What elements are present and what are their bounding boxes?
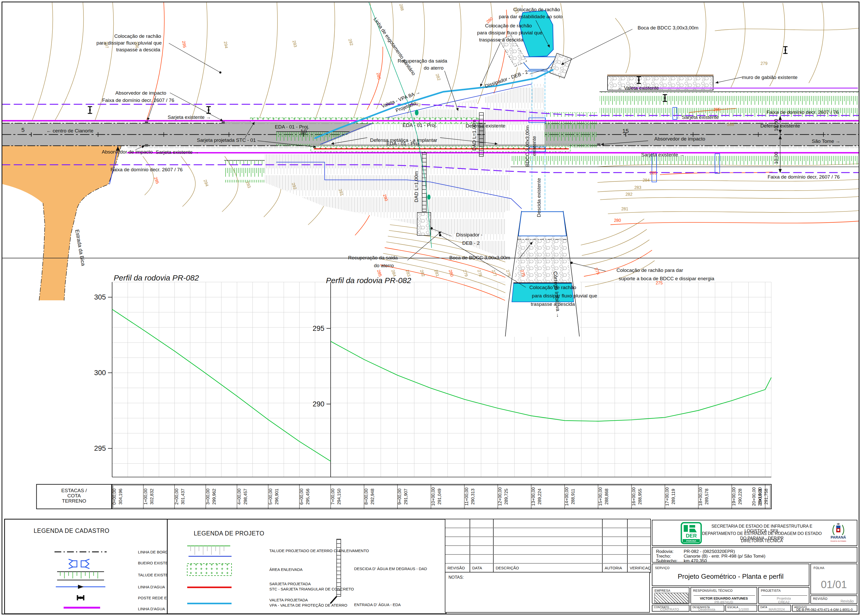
projetista-reg: CREA2: [759, 600, 809, 604]
station-label: 12+00,00: [498, 487, 503, 506]
station-label: 16+00,00: [631, 487, 636, 506]
rodovia-value: PR-082 - (082S0320EPR): [684, 549, 735, 554]
eda-legend-label: ENTRADA D' ÁGUA - EDA: [354, 602, 401, 607]
station-table-header: COTA: [67, 493, 81, 498]
dad-symbol-icon: [329, 538, 347, 606]
table-row: [445, 537, 650, 546]
road-info-box: Rodovia: PR-082 - (082S0320EPR) Trecho: …: [652, 547, 857, 563]
folha-box: FOLHA 01/01: [811, 564, 857, 594]
legend-item-talude-existente: TALUDE EXISTENTE: [52, 570, 164, 581]
table-row: [445, 555, 650, 564]
responsavel-label: RESPONSÁVEL TÉCNICO: [693, 589, 733, 592]
title-block-header: DER PARANA SECRETARIA DE ESTADO DE INFRA…: [652, 520, 857, 546]
responsavel-reg: PR-89741/D: [691, 600, 757, 604]
legend-item-linha-dagua-magenta: LINHA D'AGUA: [52, 605, 164, 615]
contrato-box: CONTRATO CONTRATO: [652, 605, 690, 611]
table-row: [445, 528, 650, 537]
station-cota: 291,758: [764, 489, 769, 504]
empresa-box: EMPRESA: [652, 587, 690, 604]
station-label: 15+00,00: [598, 487, 603, 506]
station-label: 4+00,00: [237, 489, 242, 505]
table-header-row: REVISÃO DATA DESCRIÇÃO AUTORIA VERIFICAÇ…: [445, 564, 650, 572]
station-cota: 289,578: [704, 489, 709, 504]
legend-cadastro-title: LEGENDA DE CADASTRO: [34, 527, 110, 534]
table-row: [445, 519, 650, 528]
org-line-3: DIRETORIA TÉCNICA: [705, 539, 819, 543]
notes-box: NOTAS:: [445, 572, 650, 613]
cyan-line-icon: [183, 600, 246, 607]
station-cota: 292,948: [370, 489, 375, 504]
title-block: DER PARANA SECRETARIA DE ESTADO DE INFRA…: [651, 519, 858, 613]
station-label: 8+00,00: [364, 489, 369, 505]
station-label: 6+00,00: [299, 489, 304, 505]
station-label: 20+00,00: [751, 487, 756, 506]
station-label: 0+00,00: [112, 489, 117, 505]
station-label: 19+00,00: [731, 487, 736, 506]
station-cota: 301,437: [181, 489, 185, 504]
trecho-label: Trecho:: [656, 554, 671, 559]
legend-projeto-title: LEGENDA DE PROJETO: [194, 530, 264, 537]
power-pole-icon: [52, 594, 109, 602]
escala-value: 1/1000: [738, 607, 749, 611]
contrato-value: CONTRATO: [660, 607, 679, 611]
axis-tick-label: 305: [94, 293, 106, 301]
station-label: 17+00,00: [665, 487, 669, 506]
station-cota: 294,150: [337, 489, 342, 504]
station-label: 20+18,30: [757, 487, 762, 506]
station-cota: 288,868: [604, 489, 609, 504]
folha-value: 01/01: [811, 579, 857, 591]
empresa-label: EMPRESA: [655, 589, 670, 592]
station-cota: 304,196: [118, 489, 123, 504]
rodovia-label: Rodovia:: [656, 549, 674, 554]
red-line-icon: [183, 584, 246, 591]
revision-table: REVISÃO DATA DESCRIÇÃO AUTORIA VERIFICAÇ…: [445, 519, 651, 573]
svg-text:PARANÁ: PARANÁ: [831, 535, 846, 539]
drawing-sheet: 305300295295290Perfil da rodovia PR-082P…: [0, 0, 861, 616]
magenta-line-icon: [52, 605, 109, 610]
servico-title: Projeto Geométrico - Planta e perfil: [652, 572, 809, 581]
estrada-da-bica-area: [2, 145, 121, 300]
trecho-value: Cianorte (B) - entr. PR-498 (p/ São Tomé…: [684, 554, 765, 559]
legend-cadastro: LEGENDA DE CADASTRO LINHA DE BORDA BUEIR…: [4, 519, 168, 614]
station-label: 5+00,00: [268, 489, 273, 505]
chart-title: Perfil da rodovia PR-082: [326, 276, 411, 284]
svg-text:DER: DER: [686, 533, 697, 539]
profile-line-right: [331, 341, 771, 421]
axis-tick-label: 295: [94, 445, 106, 452]
station-cota: 289,725: [504, 489, 509, 504]
subtrecho-value: km 470,350: [684, 558, 707, 564]
station-label: 11+00,00: [464, 487, 469, 506]
station-label: 7+00,00: [330, 489, 335, 505]
revisao-value: Revisão: [841, 599, 854, 603]
profile-charts: 305300295295290Perfil da rodovia PR-082P…: [36, 273, 771, 509]
dad-legend-label: DESCIDA D' ÁGUA EM DEGRAUS - DAD: [354, 566, 427, 571]
station-cota: 291,907: [404, 489, 409, 504]
arquivo-value: DE-B-PR-082-470-471-4-GM-1-8001-0: [797, 608, 853, 611]
station-label: 1+00,00: [143, 489, 148, 505]
projetista-box: PROJETISTA Projetista CREA2: [758, 587, 809, 604]
der-logo: DER PARANA: [680, 522, 702, 544]
svg-text:Governo do Estado: Governo do Estado: [831, 540, 846, 542]
svg-text:PARANA: PARANA: [686, 540, 696, 542]
axis-tick-label: 295: [313, 325, 324, 332]
arquivo-box: ARQUIVO DE-B-PR-082-470-471-4-GM-1-8001-…: [792, 605, 857, 611]
station-label: 3+00,00: [206, 489, 211, 505]
data-label: DATA: [760, 606, 767, 609]
data-value: MAR/2024: [769, 607, 785, 611]
dad-ladder-top: [479, 113, 484, 156]
station-table-header: TERRENO: [62, 498, 86, 504]
stream-downstream: [512, 283, 573, 302]
water-line-arrow-icon: [52, 584, 109, 590]
empresa-hatch: [655, 593, 688, 603]
station-label: 14+00,00: [564, 487, 569, 506]
responsavel-box: RESPONSÁVEL TÉCNICO VICTOR EDUARDO ANTUN…: [690, 587, 757, 604]
responsavel-name: VICTOR EDUARDO ANTUNES: [691, 596, 757, 600]
station-cota: 289,119: [671, 489, 676, 504]
station-cota: 288,911: [570, 489, 575, 504]
projetista-name: Projetista: [759, 596, 809, 600]
station-cota: 298,457: [243, 489, 248, 504]
subtrecho-label: Subtrecho:: [656, 558, 677, 564]
desenhista-value: Desenhista: [698, 607, 715, 611]
plan-linework: [2, 3, 859, 337]
parana-gov-logo: PARANÁ Governo do Estado: [826, 522, 850, 544]
